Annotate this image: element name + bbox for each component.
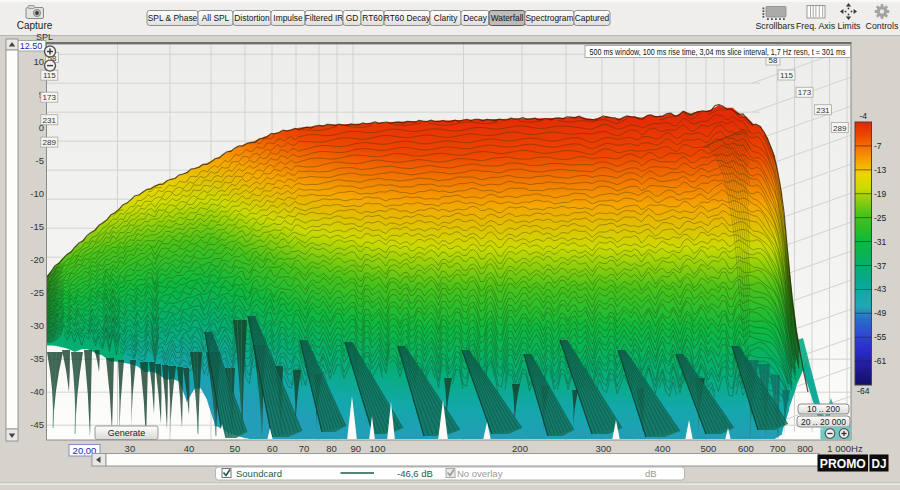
- svg-text:Capture: Capture: [17, 20, 53, 31]
- svg-text:RT60 Decay: RT60 Decay: [384, 13, 431, 23]
- svg-text:-55: -55: [874, 332, 887, 342]
- svg-text:GD: GD: [346, 13, 359, 23]
- svg-text:1 000Hz: 1 000Hz: [827, 443, 863, 454]
- svg-text:Freq. Axis: Freq. Axis: [796, 21, 836, 31]
- svg-text:Distortion: Distortion: [234, 13, 270, 23]
- svg-text:10: 10: [33, 56, 44, 67]
- svg-text:Waterfall: Waterfall: [491, 13, 524, 23]
- svg-text:30: 30: [125, 443, 136, 454]
- svg-text:-43: -43: [874, 284, 887, 294]
- svg-text:-35: -35: [30, 353, 44, 364]
- svg-text:-10: -10: [30, 188, 44, 199]
- svg-text:Soundcard: Soundcard: [236, 468, 282, 479]
- svg-text:DJ: DJ: [872, 456, 887, 471]
- svg-text:231: 231: [816, 106, 830, 115]
- svg-text:600: 600: [738, 443, 754, 454]
- svg-text:500 ms window, 100 ms rise tim: 500 ms window, 100 ms rise time, 3,04 ms…: [590, 47, 846, 57]
- svg-text:Controls: Controls: [866, 21, 899, 31]
- svg-text:-45: -45: [30, 419, 44, 430]
- svg-text:-25: -25: [30, 287, 44, 298]
- svg-text:20 .. 20 000: 20 .. 20 000: [801, 417, 846, 427]
- svg-text:All SPL: All SPL: [202, 13, 230, 23]
- svg-text:-20: -20: [30, 254, 44, 265]
- svg-text:289: 289: [833, 124, 847, 133]
- svg-text:50: 50: [230, 443, 241, 454]
- svg-text:-7: -7: [874, 141, 882, 151]
- svg-text:Decay: Decay: [463, 13, 488, 23]
- svg-text:-37: -37: [874, 261, 887, 271]
- svg-text:Generate: Generate: [108, 428, 146, 438]
- svg-text:400: 400: [655, 443, 671, 454]
- svg-text:Filtered IR: Filtered IR: [305, 13, 344, 23]
- svg-text:115: 115: [43, 71, 56, 80]
- svg-text:-13: -13: [874, 165, 887, 175]
- svg-text:-25: -25: [874, 213, 887, 223]
- svg-text:10 .. 200: 10 .. 200: [807, 404, 840, 414]
- svg-text:800: 800: [797, 443, 813, 454]
- svg-text:-30: -30: [30, 320, 44, 331]
- svg-text:-4: -4: [859, 111, 867, 121]
- svg-text:70: 70: [299, 443, 310, 454]
- svg-text:100: 100: [370, 443, 386, 454]
- svg-text:dB: dB: [645, 468, 657, 479]
- svg-text:80: 80: [326, 443, 337, 454]
- svg-text:-49: -49: [874, 308, 887, 318]
- svg-text:Spectrogram: Spectrogram: [526, 13, 574, 23]
- svg-text:Captured: Captured: [575, 13, 610, 23]
- svg-text:-61: -61: [874, 356, 887, 366]
- svg-text:-5: -5: [36, 155, 44, 166]
- svg-text:SPL & Phase: SPL & Phase: [148, 13, 198, 23]
- svg-text:-15: -15: [30, 221, 44, 232]
- svg-text:-31: -31: [874, 237, 887, 247]
- svg-text:12.50: 12.50: [20, 41, 43, 51]
- svg-text:-64: -64: [857, 386, 870, 396]
- svg-text:-40: -40: [30, 386, 44, 397]
- svg-text:60: 60: [267, 443, 278, 454]
- svg-text:700: 700: [770, 443, 786, 454]
- svg-text:-19: -19: [874, 189, 887, 199]
- svg-text:300: 300: [595, 443, 611, 454]
- svg-text:Limits: Limits: [838, 21, 862, 31]
- svg-text:No overlay: No overlay: [457, 468, 503, 479]
- svg-text:Scrollbars: Scrollbars: [755, 21, 795, 31]
- svg-text:Clarity: Clarity: [434, 13, 459, 23]
- svg-text:231: 231: [43, 116, 57, 125]
- svg-text:Impulse: Impulse: [273, 13, 303, 23]
- svg-text:500: 500: [700, 443, 716, 454]
- svg-text:RT60: RT60: [362, 13, 383, 23]
- svg-text:40: 40: [184, 443, 195, 454]
- svg-text:115: 115: [780, 71, 793, 80]
- svg-text:289: 289: [43, 138, 57, 147]
- svg-text:173: 173: [43, 93, 57, 102]
- svg-text:173: 173: [798, 88, 812, 97]
- svg-text:90: 90: [351, 443, 362, 454]
- svg-text:-46,6 dB: -46,6 dB: [397, 468, 433, 479]
- svg-text:PROMO: PROMO: [820, 456, 866, 471]
- svg-text:200: 200: [512, 443, 528, 454]
